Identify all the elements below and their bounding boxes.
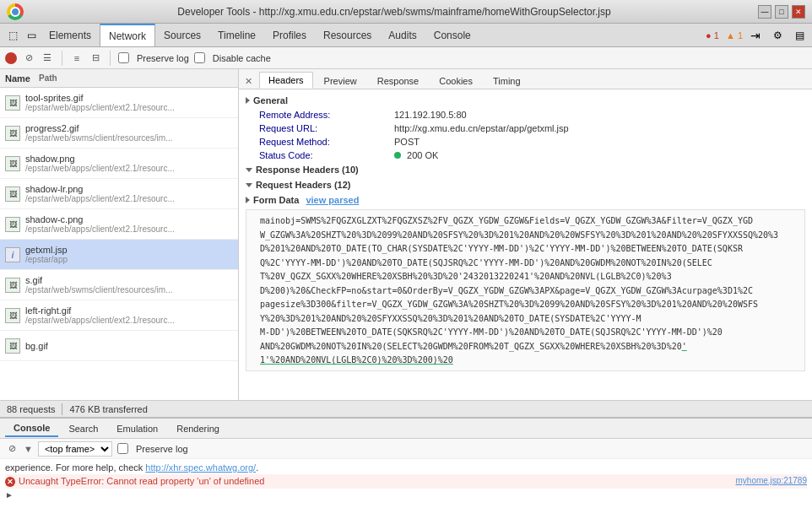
filter-button[interactable]: ☰ bbox=[41, 51, 54, 65]
tab-headers[interactable]: Headers bbox=[259, 72, 313, 89]
devtools-settings: ● 1 ▲ 1 ⇥ ⚙ ▤ bbox=[706, 29, 809, 42]
file-icon: 🖼 bbox=[5, 338, 20, 354]
tab-audits[interactable]: Audits bbox=[380, 24, 425, 46]
triangle-icon bbox=[246, 197, 250, 203]
form-data-section[interactable]: Form Data view parsed bbox=[246, 192, 805, 208]
request-path: /epstar/app bbox=[25, 255, 233, 264]
request-path: /epstar/web/apps/client/ext2.1/resourc..… bbox=[25, 164, 233, 173]
cursor-icon[interactable]: ⬚ bbox=[6, 29, 19, 42]
remote-address-val: 121.192.190.5:80 bbox=[394, 110, 467, 120]
request-info: getxml.jsp /epstar/app bbox=[25, 245, 233, 264]
response-headers-section[interactable]: Response Headers (10) bbox=[246, 162, 805, 177]
inspect-icon[interactable]: ▭ bbox=[24, 29, 38, 42]
console-filter-icon[interactable]: ▼ bbox=[24, 444, 33, 454]
error-text: Uncaught TypeError: Cannot read property… bbox=[19, 476, 264, 486]
dock-icon[interactable]: ▤ bbox=[793, 29, 806, 42]
status-code-val: 200 OK bbox=[394, 150, 438, 160]
tab-profiles[interactable]: Profiles bbox=[264, 24, 315, 46]
tab-response[interactable]: Response bbox=[368, 73, 429, 89]
status-code-text: 200 OK bbox=[407, 150, 438, 160]
request-headers-section[interactable]: Request Headers (12) bbox=[246, 177, 805, 192]
close-panel-button[interactable]: ✕ bbox=[242, 75, 254, 87]
preserve-log-label: Preserve log bbox=[137, 53, 189, 63]
request-name: s.gif bbox=[25, 275, 233, 285]
headers-content: General Remote Address: 121.192.190.5:80… bbox=[239, 89, 812, 400]
request-method-row: Request Method: POST bbox=[246, 135, 805, 149]
file-icon: 🖼 bbox=[5, 217, 20, 232]
record-button[interactable] bbox=[5, 52, 17, 64]
list-item[interactable]: 🖼 s.gif /epstar/web/swms/client/resource… bbox=[0, 270, 238, 300]
form-data-text: mainobj=SWMS%2FQGZXGLZXT%2FQGZXSZ%2FV_QG… bbox=[260, 216, 778, 365]
request-info: shadow.png /epstar/web/apps/client/ext2.… bbox=[25, 154, 233, 173]
tab-cookies[interactable]: Cookies bbox=[430, 73, 482, 89]
view-parsed-link[interactable]: view parsed bbox=[306, 195, 359, 205]
list-item[interactable]: 🖼 tool-sprites.gif /epstar/web/apps/clie… bbox=[0, 88, 238, 118]
disable-cache-label: Disable cache bbox=[213, 53, 271, 63]
console-tab-emulation[interactable]: Emulation bbox=[108, 421, 166, 436]
tab-network[interactable]: Network bbox=[100, 24, 155, 46]
general-section-header[interactable]: General bbox=[246, 93, 805, 108]
request-headers-label: Request Headers (12) bbox=[256, 180, 351, 190]
tab-timeline[interactable]: Timeline bbox=[209, 24, 264, 46]
console-clear-button[interactable]: ⊘ bbox=[5, 442, 19, 456]
error-count-badge: ● 1 bbox=[706, 30, 719, 41]
request-name: tool-sprites.gif bbox=[25, 93, 233, 103]
main-area: Name Path 🖼 tool-sprites.gif /epstar/web… bbox=[0, 69, 812, 400]
tab-timing[interactable]: Timing bbox=[484, 73, 530, 89]
list-item-selected[interactable]: i getxml.jsp /epstar/app bbox=[0, 240, 238, 270]
right-panel: ✕ Headers Preview Response Cookies Timin… bbox=[239, 69, 812, 400]
list-item[interactable]: 🖼 progress2.gif /epstar/web/swms/client/… bbox=[0, 118, 238, 149]
frame-selector[interactable]: <top frame> bbox=[38, 441, 112, 457]
remote-address-row: Remote Address: 121.192.190.5:80 bbox=[246, 108, 805, 122]
error-link[interactable]: myhome.jsp:21789 bbox=[736, 476, 808, 485]
file-icon: i bbox=[5, 247, 20, 262]
console-tab-console[interactable]: Console bbox=[5, 420, 58, 437]
list-item[interactable]: 🖼 shadow-c.png /epstar/web/apps/client/e… bbox=[0, 209, 238, 240]
list-item[interactable]: 🖼 left-right.gif /epstar/web/apps/client… bbox=[0, 300, 238, 331]
tab-sources[interactable]: Sources bbox=[155, 24, 209, 46]
triangle-icon bbox=[246, 168, 252, 172]
console-tab-search[interactable]: Search bbox=[60, 421, 106, 436]
list-item[interactable]: 🖼 shadow.png /epstar/web/apps/client/ext… bbox=[0, 149, 238, 179]
triangle-icon bbox=[246, 183, 252, 187]
list-item[interactable]: 🖼 bg.gif bbox=[0, 331, 238, 361]
console-tab-rendering[interactable]: Rendering bbox=[168, 421, 228, 436]
list-item[interactable]: 🖼 shadow-lr.png /epstar/web/apps/client/… bbox=[0, 179, 238, 209]
request-info: progress2.gif /epstar/web/swms/client/re… bbox=[25, 123, 233, 143]
list-view-button[interactable]: ≡ bbox=[70, 51, 84, 65]
disable-cache-checkbox[interactable] bbox=[194, 52, 205, 63]
console-panel: Console Search Emulation Rendering ⊘ ▼ <… bbox=[0, 417, 812, 508]
close-button[interactable]: ✕ bbox=[792, 5, 805, 19]
request-path: /epstar/web/apps/client/ext2.1/resourc..… bbox=[25, 103, 233, 112]
request-info: shadow-c.png /epstar/web/apps/client/ext… bbox=[25, 214, 233, 234]
tab-resources[interactable]: Resources bbox=[315, 24, 380, 46]
console-prompt-line[interactable]: ► bbox=[5, 489, 807, 501]
network-toolbar: ⊘ ☰ ≡ ⊟ Preserve log Disable cache bbox=[0, 47, 812, 69]
minimize-button[interactable]: — bbox=[758, 5, 771, 19]
tab-console[interactable]: Console bbox=[425, 24, 479, 46]
status-code-row: Status Code: 200 OK bbox=[246, 149, 805, 162]
settings-icon[interactable]: ⚙ bbox=[771, 29, 784, 42]
file-icon: 🖼 bbox=[5, 308, 20, 323]
chrome-icon bbox=[7, 3, 24, 20]
preserve-log-checkbox[interactable] bbox=[118, 52, 129, 63]
tab-preview[interactable]: Preview bbox=[315, 73, 366, 89]
expand-icon[interactable]: ⇥ bbox=[749, 29, 762, 42]
request-info: left-right.gif /epstar/web/apps/client/e… bbox=[25, 305, 233, 325]
tab-elements[interactable]: Elements bbox=[41, 24, 100, 46]
console-preserve-log-checkbox[interactable] bbox=[117, 443, 128, 454]
maximize-button[interactable]: □ bbox=[775, 5, 788, 19]
sort-button[interactable]: ⊟ bbox=[89, 51, 102, 65]
console-link[interactable]: http://xhr.spec.whatwg.org/ bbox=[145, 462, 256, 473]
request-info: shadow-lr.png /epstar/web/apps/client/ex… bbox=[25, 184, 233, 203]
status-separator bbox=[62, 403, 62, 415]
console-line: experience. For more help, check http://… bbox=[5, 461, 807, 474]
name-column-header: Name bbox=[5, 73, 30, 84]
left-panel-header: Name Path bbox=[0, 69, 238, 88]
clear-button[interactable]: ⊘ bbox=[22, 51, 35, 65]
request-name: getxml.jsp bbox=[25, 245, 233, 255]
request-url-val: http://xg.xmu.edu.cn/epstar/app/getxml.j… bbox=[394, 123, 569, 133]
request-name: bg.gif bbox=[25, 341, 233, 351]
error-source-link[interactable]: myhome.jsp:21789 bbox=[736, 476, 808, 485]
request-path: /epstar/web/apps/client/ext2.1/resourc..… bbox=[25, 316, 233, 325]
